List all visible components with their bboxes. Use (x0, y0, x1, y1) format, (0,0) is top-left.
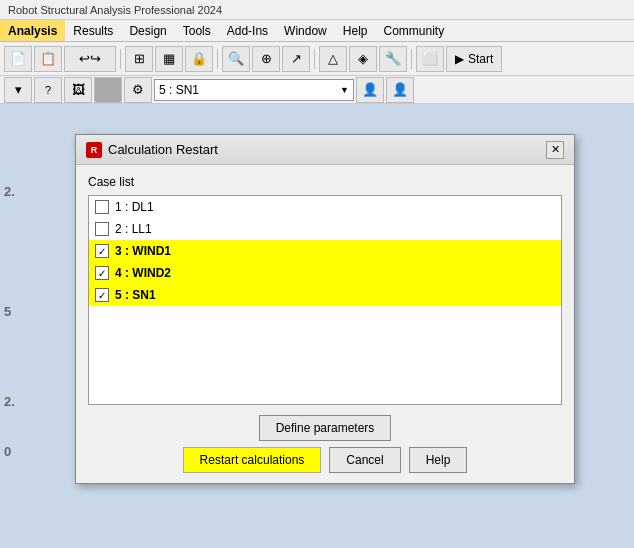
define-parameters-button[interactable]: Define parameters (259, 415, 392, 441)
case-checkbox-3[interactable]: ✓ (95, 244, 109, 258)
toolbar-btn-search[interactable]: 🔍 (222, 46, 250, 72)
dialog-body: Case list 1 : DL1 2 : LL1 ✓ 3 : WIND1 (76, 165, 574, 483)
toolbar-sep-2 (217, 49, 218, 69)
toolbar2-btn-help[interactable]: ? (34, 77, 62, 103)
toolbar-btn-wrench[interactable]: 🔧 (379, 46, 407, 72)
main-toolbar: 📄 📋 ↩↪ ⊞ ▦ 🔒 🔍 ⊕ ↗ △ ◈ 🔧 ⬜ ▶ Start (0, 42, 634, 76)
calculation-restart-dialog: R Calculation Restart ✕ Case list 1 : DL… (75, 134, 575, 484)
toolbar2-btn-person1[interactable]: 👤 (356, 77, 384, 103)
side-label-2: 5 (4, 304, 11, 319)
case-label-1: 1 : DL1 (115, 200, 154, 214)
menu-community[interactable]: Community (375, 20, 452, 41)
define-params-row: Define parameters (88, 415, 562, 441)
dialog-title-text: Calculation Restart (108, 142, 218, 157)
toolbar-btn-rotate[interactable]: ↗ (282, 46, 310, 72)
toolbar-btn-grid[interactable]: ▦ (155, 46, 183, 72)
side-label-3: 2. (4, 394, 15, 409)
toolbar2-btn-struct[interactable]: ⚙ (124, 77, 152, 103)
toolbar2-btn-arrow[interactable]: ▾ (4, 77, 32, 103)
toolbar-btn-render[interactable]: ◈ (349, 46, 377, 72)
close-button[interactable]: ✕ (546, 141, 564, 159)
toolbar-btn-lock[interactable]: 🔒 (185, 46, 213, 72)
case-checkbox-5[interactable]: ✓ (95, 288, 109, 302)
toolbar-btn-undo[interactable]: ↩↪ (64, 46, 116, 72)
toolbar2-btn-gray[interactable] (94, 77, 122, 103)
toolbar2-btn-view[interactable]: 🖼 (64, 77, 92, 103)
case-item-1[interactable]: 1 : DL1 (89, 196, 561, 218)
case-label-3: 3 : WIND1 (115, 244, 171, 258)
case-item-4[interactable]: ✓ 4 : WIND2 (89, 262, 561, 284)
start-label: Start (468, 52, 493, 66)
case-checkbox-2[interactable] (95, 222, 109, 236)
toolbar-btn-3d[interactable]: △ (319, 46, 347, 72)
case-label-2: 2 : LL1 (115, 222, 152, 236)
toolbar-sep-3 (314, 49, 315, 69)
dialog-titlebar: R Calculation Restart ✕ (76, 135, 574, 165)
menu-help[interactable]: Help (335, 20, 376, 41)
case-label-5: 5 : SN1 (115, 288, 156, 302)
toolbar-sep-1 (120, 49, 121, 69)
toolbar-btn-pan[interactable]: ⊕ (252, 46, 280, 72)
start-button[interactable]: ▶ Start (446, 46, 502, 72)
combo-arrow-icon: ▼ (340, 85, 349, 95)
menu-design[interactable]: Design (121, 20, 174, 41)
case-item-3[interactable]: ✓ 3 : WIND1 (89, 240, 561, 262)
case-checkbox-1[interactable] (95, 200, 109, 214)
title-bar: Robot Structural Analysis Professional 2… (0, 0, 634, 20)
menu-tools[interactable]: Tools (175, 20, 219, 41)
main-area: 2. 5 2. 0 R Calculation Restart ✕ Case l… (0, 104, 634, 548)
menu-analysis[interactable]: Analysis (0, 20, 65, 41)
case-list-label: Case list (88, 175, 562, 189)
toolbar-btn-table[interactable]: ⊞ (125, 46, 153, 72)
menu-addins[interactable]: Add-Ins (219, 20, 276, 41)
case-list-box[interactable]: 1 : DL1 2 : LL1 ✓ 3 : WIND1 ✓ 4 : WIND2 (88, 195, 562, 405)
case-item-5[interactable]: ✓ 5 : SN1 (89, 284, 561, 306)
combo-value: 5 : SN1 (159, 83, 199, 97)
robot-logo: R (86, 142, 102, 158)
cancel-button[interactable]: Cancel (329, 447, 400, 473)
secondary-toolbar: ▾ ? 🖼 ⚙ 5 : SN1 ▼ 👤 👤 (0, 76, 634, 104)
toolbar-sep-4 (411, 49, 412, 69)
toolbar-btn-screen[interactable]: ⬜ (416, 46, 444, 72)
menu-bar: Analysis Results Design Tools Add-Ins Wi… (0, 20, 634, 42)
play-icon: ▶ (455, 52, 464, 66)
title-text: Robot Structural Analysis Professional 2… (8, 4, 222, 16)
toolbar2-btn-person2[interactable]: 👤 (386, 77, 414, 103)
case-label-4: 4 : WIND2 (115, 266, 171, 280)
case-item-2[interactable]: 2 : LL1 (89, 218, 561, 240)
help-button[interactable]: Help (409, 447, 468, 473)
side-label-4: 0 (4, 444, 11, 459)
dialog-title-content: R Calculation Restart (86, 142, 218, 158)
restart-calculations-button[interactable]: Restart calculations (183, 447, 322, 473)
action-buttons-row: Restart calculations Cancel Help (88, 447, 562, 473)
case-combo[interactable]: 5 : SN1 ▼ (154, 79, 354, 101)
toolbar-btn-2[interactable]: 📋 (34, 46, 62, 72)
menu-window[interactable]: Window (276, 20, 335, 41)
toolbar-btn-1[interactable]: 📄 (4, 46, 32, 72)
menu-results[interactable]: Results (65, 20, 121, 41)
case-checkbox-4[interactable]: ✓ (95, 266, 109, 280)
side-label-1: 2. (4, 184, 15, 199)
